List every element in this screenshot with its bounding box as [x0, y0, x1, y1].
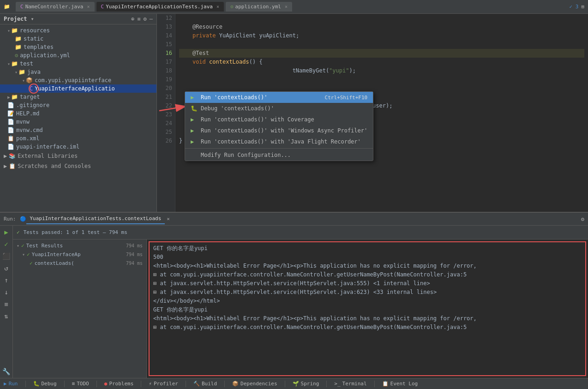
- tree-item-test[interactable]: ▾ 📁 test: [0, 60, 156, 68]
- async-icon: ▶: [191, 127, 198, 134]
- tree-label: mvnw: [16, 119, 30, 125]
- tab-namecontroller-label: NameController.java: [25, 4, 84, 10]
- run-tab-active[interactable]: YuapiInterfaceApplicationTests.contextLo…: [26, 214, 165, 224]
- tree-item-appyml[interactable]: ⚙ application.yml: [0, 51, 156, 60]
- status-profiler[interactable]: ⚡ Profiler: [149, 381, 178, 387]
- status-divider-7: [285, 381, 285, 387]
- scratches-label: Scratches and Consoles: [18, 163, 91, 169]
- status-build[interactable]: 🔨 Build: [193, 381, 217, 387]
- tree-item-yuapitest[interactable]: C YuapiInterfaceApplicatio: [0, 84, 156, 93]
- run-sort-asc-button[interactable]: ↑: [3, 275, 9, 285]
- ctx-debug[interactable]: 🐛 Debug 'contextLoads()': [185, 103, 373, 114]
- run-settings-icon[interactable]: ⚙: [581, 216, 584, 222]
- out-line-7: </div></body></html>: [153, 297, 582, 305]
- tree-item-java[interactable]: ▾ 📁 java: [0, 68, 156, 76]
- tab-close-appyml[interactable]: ×: [285, 4, 288, 9]
- status-divider-9: [374, 381, 375, 387]
- check-icon-2: ✓: [27, 251, 30, 257]
- sidebar-scratches[interactable]: ▶ 📋 Scratches and Consoles: [0, 161, 156, 171]
- status-spring[interactable]: 🌱 Spring: [293, 381, 319, 387]
- run-play-button[interactable]: ▶: [3, 227, 9, 237]
- run-tab-close[interactable]: ×: [167, 216, 170, 222]
- tree-item-gitignore[interactable]: 📄 .gitignore: [0, 101, 156, 109]
- coverage-icon: ▶: [191, 116, 198, 123]
- tree-item-mvnw[interactable]: 📄 mvnw: [0, 118, 156, 126]
- status-todo[interactable]: ≡ TODO: [72, 381, 89, 387]
- spring-status-icon: 🌱: [293, 381, 299, 387]
- link-namecontroller-1[interactable]: NameController.java:5: [396, 271, 467, 278]
- link-namecontroller-2[interactable]: NameController.java:5: [396, 324, 467, 330]
- run-item-test[interactable]: ✓ contextLoads( 794 ms: [13, 259, 146, 268]
- out-line-1: GET 你的名字是yupi: [153, 244, 582, 253]
- tab-close-yuapitest[interactable]: ×: [216, 4, 219, 9]
- tab-close-namecontroller[interactable]: ×: [87, 4, 90, 9]
- run-check-button[interactable]: ✓: [3, 239, 9, 249]
- run-output-box[interactable]: GET 你的名字是yupi 500 <html><body><h1>Whitel…: [149, 241, 586, 376]
- run-wrench-button[interactable]: 🔧: [1, 367, 11, 376]
- run-stop-button[interactable]: ⬛: [1, 251, 11, 261]
- run-tab-bar: Run: 🔵 YuapiInterfaceApplicationTests.co…: [0, 213, 588, 226]
- tree-item-resources[interactable]: ▾ 📁 resources: [0, 26, 156, 35]
- run-icon: ▶: [191, 94, 198, 101]
- ctx-debug-label: Debug 'contextLoads()': [201, 105, 274, 112]
- link-httpservlet-555[interactable]: HttpServlet.java:555: [300, 280, 367, 287]
- tree-item-pomxml[interactable]: 📋 pom.xml: [0, 134, 156, 143]
- run-test-label: contextLoads(: [35, 260, 74, 266]
- folder-icon: 📁: [11, 60, 18, 67]
- run-sort-desc-button[interactable]: ↓: [3, 287, 9, 297]
- collapse-icon[interactable]: ≡: [137, 16, 140, 22]
- run-expand-button[interactable]: ⇅: [3, 311, 9, 321]
- problems-status-icon: ●: [104, 381, 108, 387]
- tree-item-target[interactable]: ▶ 📁 target: [0, 93, 156, 101]
- tree-item-templates[interactable]: 📁 templates: [0, 43, 156, 51]
- ctx-async[interactable]: ▶ Run 'contextLoads()' with 'Windows Asy…: [185, 125, 373, 136]
- code-line-19: [179, 75, 584, 84]
- tab-yuapitest[interactable]: C YuapiInterfaceApplicationTests.java ×: [96, 2, 224, 12]
- tree-label: yuapi-interface.iml: [16, 144, 79, 150]
- sidebar-header: Project ▾ ⊕ ≡ ⚙ —: [0, 14, 156, 24]
- expand-arrow: ▾: [7, 28, 10, 33]
- run-collapse-button[interactable]: ≡: [3, 299, 9, 309]
- run-suite-label: YuapiInterfaceAp: [32, 251, 81, 257]
- tree-label: .gitignore: [16, 102, 49, 108]
- debug-status-label: Debug: [42, 381, 57, 387]
- tree-item-mvnwcmd[interactable]: 📄 mvnw.cmd: [0, 126, 156, 134]
- out-line-2: 500: [153, 253, 582, 262]
- status-eventlog[interactable]: 📋 Event Log: [382, 381, 418, 387]
- sidebar-external-libraries[interactable]: ▶ 📚 External Libraries: [0, 151, 156, 161]
- expand-icon[interactable]: ⊞: [581, 4, 584, 10]
- status-problems[interactable]: ● Problems: [104, 381, 134, 387]
- dropdown-icon[interactable]: ▾: [31, 16, 34, 22]
- tree-label: YuapiInterfaceApplicatio: [35, 85, 114, 92]
- tree-item-static[interactable]: 📁 static: [0, 35, 156, 43]
- locate-icon[interactable]: ⊕: [131, 16, 134, 22]
- tree-item-helpmd[interactable]: 📝 HELP.md: [0, 109, 156, 118]
- ctx-flight[interactable]: ▶ Run 'contextLoads()' with 'Java Flight…: [185, 136, 373, 147]
- debug-icon: 🐛: [191, 105, 198, 112]
- tab-appyml[interactable]: ⚙ application.yml ×: [226, 2, 292, 12]
- run-rerun-button[interactable]: ↺: [3, 263, 9, 273]
- status-dependencies[interactable]: 📦 Dependencies: [232, 381, 277, 387]
- code-line-18: tNameByGet("yupi");: [179, 66, 584, 75]
- ctx-run[interactable]: ▶ Run 'contextLoads()' Ctrl+Shift+F10: [185, 92, 373, 103]
- profiler-status-label: Profiler: [154, 381, 178, 387]
- code-editor: 12 13 14 15 16 17 18 19 20 21 22 23 24 2…: [157, 14, 588, 212]
- status-debug[interactable]: 🐛 Debug: [33, 381, 57, 387]
- status-run[interactable]: ▶ Run: [4, 381, 18, 387]
- ctx-modify[interactable]: Modify Run Configuration...: [185, 150, 373, 161]
- run-status-label: Run: [9, 381, 18, 387]
- scratches-icon: 📋: [9, 163, 16, 169]
- code-line-16: @Test: [179, 49, 584, 58]
- options-icon[interactable]: ⚙: [144, 16, 147, 22]
- link-httpservlet-623[interactable]: HttpServlet.java:623: [300, 289, 367, 295]
- expand-arrow: ▶: [4, 153, 7, 159]
- ctx-coverage[interactable]: ▶ Run 'contextLoads()' with Coverage: [185, 114, 373, 125]
- tree-item-iml[interactable]: 📄 yuapi-interface.iml: [0, 143, 156, 151]
- tree-item-package[interactable]: ▾ 📦 com.yupi.yuapiinterface: [0, 76, 156, 84]
- run-status-icon: ▶: [4, 381, 7, 387]
- status-terminal[interactable]: >_ Terminal: [334, 381, 366, 387]
- run-item-suite[interactable]: ▾ ✓ YuapiInterfaceAp 794 ms: [13, 250, 146, 259]
- run-item-results[interactable]: ▾ ✓ Test Results 794 ms: [13, 241, 146, 250]
- tab-namecontroller[interactable]: C NameController.java ×: [16, 2, 95, 12]
- dash-icon[interactable]: —: [150, 16, 153, 22]
